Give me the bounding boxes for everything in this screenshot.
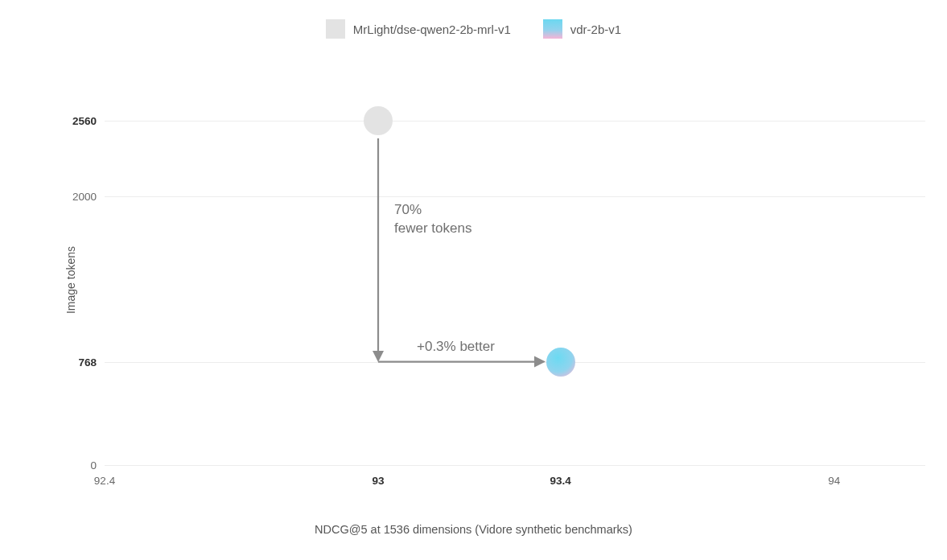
legend-item-series2: vdr-2b-v1 (543, 19, 621, 39)
legend: MrLight/dse-qwen2-2b-mrl-v1 vdr-2b-v1 (0, 19, 947, 39)
legend-item-series1: MrLight/dse-qwen2-2b-mrl-v1 (326, 19, 511, 39)
x-tick-94: 94 (828, 475, 840, 487)
y-tick-2000: 2000 (32, 190, 97, 202)
plot-area: 0 768 2000 2560 92.4 93 93.4 94 70% fewe… (105, 89, 925, 465)
x-tick-93: 93 (372, 475, 384, 487)
x-axis-title: NDCG@5 at 1536 dimensions (Vidore synthe… (315, 523, 632, 536)
chart-root: MrLight/dse-qwen2-2b-mrl-v1 vdr-2b-v1 Im… (0, 0, 947, 560)
annotation-fewer-tokens-l1: 70% (394, 202, 422, 217)
annotation-fewer-tokens-l2: fewer tokens (394, 220, 471, 236)
annotation-better: +0.3% better (417, 338, 495, 356)
legend-label-series1: MrLight/dse-qwen2-2b-mrl-v1 (353, 23, 511, 36)
arrow-down-head-icon (373, 351, 384, 362)
point-series1 (364, 106, 393, 135)
arrow-right-head-icon (534, 356, 546, 368)
y-axis-title: Image tokens (64, 246, 77, 314)
y-tick-768: 768 (32, 356, 97, 368)
x-tick-93.4: 93.4 (550, 475, 571, 487)
y-tick-0: 0 (32, 459, 97, 471)
legend-swatch-gray-icon (326, 19, 345, 39)
point-series2 (546, 348, 575, 377)
annotation-fewer-tokens: 70% fewer tokens (394, 201, 471, 238)
gridline-y-0 (105, 465, 925, 466)
legend-label-series2: vdr-2b-v1 (570, 23, 621, 36)
arrows-svg (105, 89, 925, 465)
y-tick-2560: 2560 (32, 115, 97, 127)
legend-swatch-gradient-icon (543, 19, 562, 39)
x-tick-92.4: 92.4 (94, 475, 115, 487)
